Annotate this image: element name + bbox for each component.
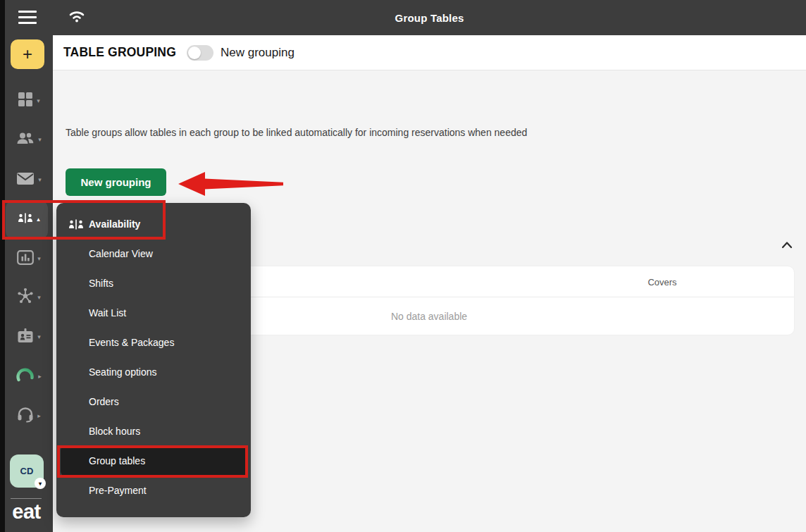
new-grouping-button[interactable]: New grouping xyxy=(66,168,166,196)
new-grouping-toggle[interactable] xyxy=(187,45,213,61)
chevron-down-icon: ▾ xyxy=(38,176,42,183)
menu-item-calendar-view[interactable]: Calendar View xyxy=(56,239,251,268)
sidebar-item-integrations[interactable]: ▾ xyxy=(5,283,53,312)
sidebar-item-reports[interactable]: ▾ xyxy=(5,244,53,273)
menu-item-orders[interactable]: Orders xyxy=(56,387,251,416)
menu-item-wait-list[interactable]: Wait List xyxy=(56,298,251,328)
menu-item-seating-options[interactable]: Seating options xyxy=(56,357,251,387)
sidebar-item-support[interactable]: ▸ xyxy=(5,401,53,431)
chevron-down-icon: ▾ xyxy=(37,255,41,262)
menu-item-label: Pre-Payment xyxy=(89,485,147,496)
toggle-thumb xyxy=(188,47,201,59)
collapse-section-chevron-icon[interactable] xyxy=(781,240,793,252)
availability-icon xyxy=(68,219,84,232)
section-title: TABLE GROUPING xyxy=(63,45,176,60)
menu-item-label: Calendar View xyxy=(89,248,153,259)
annotation-arrow xyxy=(176,169,285,199)
staff-badge-icon xyxy=(17,328,34,346)
menu-item-block-hours[interactable]: Block hours xyxy=(56,416,251,446)
menu-item-label: Orders xyxy=(89,396,119,407)
menu-item-events-packages[interactable]: Events & Packages xyxy=(56,328,251,357)
sidebar-item-availability[interactable]: ▴ xyxy=(5,204,53,234)
avatar-chevron-down-icon: ▾ xyxy=(35,478,46,489)
toggle-label: New grouping xyxy=(221,46,294,60)
support-headphones-icon xyxy=(17,407,34,426)
hamburger-menu-icon[interactable] xyxy=(18,11,37,24)
chevron-up-icon: ▴ xyxy=(37,216,40,223)
availability-dropdown-menu: Availability Calendar View Shifts Wait L… xyxy=(56,203,251,517)
page-header: TABLE GROUPING New grouping xyxy=(53,35,806,70)
menu-item-label: Seating options xyxy=(89,366,157,378)
app-window: Group Tables TABLE GROUPING New grouping… xyxy=(0,0,806,532)
sidebar-item-messages[interactable]: ▾ xyxy=(5,165,53,194)
menu-item-group-tables[interactable]: Group tables xyxy=(61,446,247,476)
user-avatar[interactable]: CD ▾ xyxy=(10,454,44,488)
availability-icon xyxy=(18,213,33,226)
topbar: Group Tables xyxy=(53,0,806,35)
menu-item-label: Group tables xyxy=(89,455,145,466)
performance-gauge-icon xyxy=(16,368,35,385)
eat-logo: eat xyxy=(0,500,53,524)
menu-item-label: Shifts xyxy=(89,278,113,289)
chevron-down-icon: ▾ xyxy=(37,294,41,301)
chevron-right-icon: ▸ xyxy=(37,412,41,419)
menu-item-label: Block hours xyxy=(89,426,140,437)
apps-grid-icon xyxy=(18,92,33,110)
add-new-button[interactable]: + xyxy=(11,39,44,69)
chevron-right-icon: ▸ xyxy=(38,373,42,380)
menu-item-label: Events & Packages xyxy=(89,337,174,348)
menu-item-label: Availability xyxy=(89,218,140,230)
menu-item-pre-payment[interactable]: Pre-Payment xyxy=(56,476,251,505)
column-header-covers: Covers xyxy=(638,266,687,297)
sidebar-item-guests[interactable]: ▾ xyxy=(5,125,53,154)
sidebar-item-apps[interactable]: ▾ xyxy=(5,86,53,116)
guests-people-icon xyxy=(16,131,35,148)
messages-mail-icon xyxy=(16,172,35,188)
sidebar-divider xyxy=(11,498,42,499)
chevron-down-icon: ▾ xyxy=(37,333,41,340)
menu-item-shifts[interactable]: Shifts xyxy=(56,268,251,298)
sidebar-item-staff[interactable]: ▾ xyxy=(5,322,53,352)
table-grouping-description: Table groups allow tables in each group … xyxy=(66,127,527,138)
page-title: Group Tables xyxy=(53,0,806,35)
chevron-down-icon: ▾ xyxy=(38,136,42,143)
menu-item-label: Wait List xyxy=(89,307,126,318)
menu-item-availability[interactable]: Availability xyxy=(56,209,251,239)
reports-chart-icon xyxy=(17,250,34,268)
sidebar-item-performance[interactable]: ▸ xyxy=(5,361,53,391)
integrations-hub-icon xyxy=(17,287,34,307)
avatar-initials: CD xyxy=(20,466,34,476)
sidebar: + ▾ ▾ xyxy=(0,0,53,532)
chevron-down-icon: ▾ xyxy=(37,97,40,104)
